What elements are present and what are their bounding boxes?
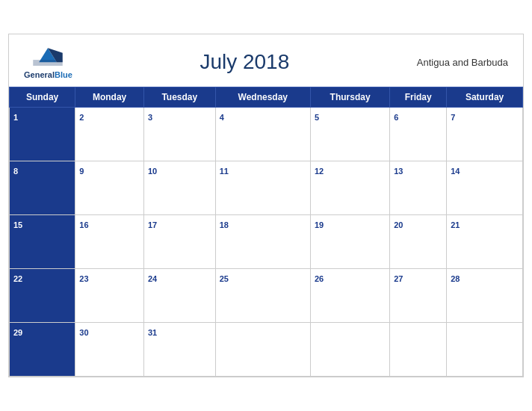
date-number: 20 <box>394 220 403 229</box>
calendar-week-row: 293031 <box>10 323 523 377</box>
calendar-title: July 2018 <box>200 50 289 74</box>
calendar-cell: 18 <box>215 215 310 269</box>
date-number: 17 <box>148 220 157 229</box>
calendar-cell: 19 <box>310 215 389 269</box>
date-number: 22 <box>13 274 22 283</box>
date-number: 8 <box>13 167 18 176</box>
calendar-cell: 31 <box>143 323 215 377</box>
calendar-cell: 22 <box>10 269 75 323</box>
calendar-cell: 5 <box>310 108 389 161</box>
header-monday: Monday <box>75 87 144 108</box>
calendar-cell: 25 <box>215 269 310 323</box>
date-number: 24 <box>148 274 157 283</box>
header-wednesday: Wednesday <box>215 87 310 108</box>
date-number: 3 <box>148 113 152 122</box>
date-number: 30 <box>79 328 88 337</box>
calendar-cell: 30 <box>75 323 144 377</box>
calendar-cell: 2 <box>75 108 144 161</box>
date-number: 26 <box>315 274 324 283</box>
calendar-cell: 21 <box>447 215 523 269</box>
calendar-cell: 10 <box>143 161 215 215</box>
calendar-week-row: 891011121314 <box>10 161 523 215</box>
date-number: 9 <box>79 167 84 176</box>
calendar-cell: 23 <box>75 269 144 323</box>
date-number: 13 <box>394 167 403 176</box>
date-number: 31 <box>148 328 157 337</box>
header-sunday: Sunday <box>10 87 75 108</box>
date-number: 18 <box>220 220 229 229</box>
calendar-cell <box>310 323 389 377</box>
header-thursday: Thursday <box>310 87 389 108</box>
calendar-header: GeneralBlue July 2018 Antigua and Barbud… <box>9 34 523 87</box>
calendar-cell: 3 <box>143 108 215 161</box>
date-number: 15 <box>13 220 22 229</box>
calendar-cell: 7 <box>447 108 523 161</box>
date-number: 6 <box>394 113 398 122</box>
calendar-cell <box>390 323 447 377</box>
calendar-cell: 16 <box>75 215 144 269</box>
calendar-cell <box>215 323 310 377</box>
calendar-cell: 20 <box>390 215 447 269</box>
calendar-cell: 9 <box>75 161 144 215</box>
days-header-row: Sunday Monday Tuesday Wednesday Thursday… <box>10 87 523 108</box>
date-number: 12 <box>315 167 324 176</box>
calendar-cell: 29 <box>10 323 75 377</box>
header-tuesday: Tuesday <box>143 87 215 108</box>
calendar-cell: 17 <box>143 215 215 269</box>
date-number: 21 <box>451 220 460 229</box>
svg-rect-2 <box>34 60 63 66</box>
header-saturday: Saturday <box>447 87 523 108</box>
date-number: 10 <box>148 167 157 176</box>
date-number: 1 <box>13 113 18 122</box>
calendar-cell: 27 <box>390 269 447 323</box>
header-friday: Friday <box>390 87 447 108</box>
country-name: Antigua and Barbuda <box>417 57 508 68</box>
calendar-cell: 12 <box>310 161 389 215</box>
logo-area: GeneralBlue <box>24 43 72 81</box>
date-number: 7 <box>451 113 455 122</box>
calendar-week-row: 22232425262728 <box>10 269 523 323</box>
calendar-cell <box>447 323 523 377</box>
date-number: 27 <box>394 274 403 283</box>
calendar-cell: 14 <box>447 161 523 215</box>
calendar-cell: 6 <box>390 108 447 161</box>
calendar-cell: 13 <box>390 161 447 215</box>
date-number: 19 <box>315 220 324 229</box>
calendar-week-row: 1234567 <box>10 108 523 161</box>
date-number: 14 <box>451 167 460 176</box>
calendar-cell: 4 <box>215 108 310 161</box>
date-number: 11 <box>220 167 229 176</box>
calendar-cell: 8 <box>10 161 75 215</box>
date-number: 4 <box>220 113 224 122</box>
logo-general-text: GeneralBlue <box>24 67 72 81</box>
generalblue-logo-icon <box>33 43 63 66</box>
date-number: 16 <box>79 220 88 229</box>
date-number: 2 <box>79 113 84 122</box>
calendar-week-row: 15161718192021 <box>10 215 523 269</box>
calendar-table: Sunday Monday Tuesday Wednesday Thursday… <box>9 87 523 377</box>
calendar-cell: 1 <box>10 108 75 161</box>
calendar-cell: 11 <box>215 161 310 215</box>
date-number: 5 <box>315 113 319 122</box>
calendar-cell: 24 <box>143 269 215 323</box>
date-number: 28 <box>451 274 460 283</box>
calendar-cell: 15 <box>10 215 75 269</box>
calendar-container: GeneralBlue July 2018 Antigua and Barbud… <box>8 34 524 377</box>
date-number: 25 <box>220 274 229 283</box>
calendar-cell: 26 <box>310 269 389 323</box>
date-number: 29 <box>13 328 22 337</box>
calendar-cell: 28 <box>447 269 523 323</box>
date-number: 23 <box>79 274 88 283</box>
